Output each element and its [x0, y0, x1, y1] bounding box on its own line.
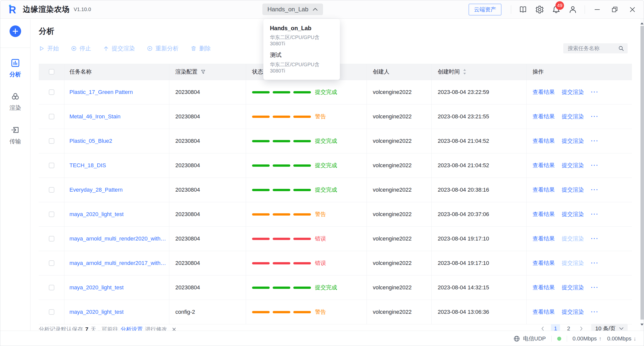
task-name-link[interactable]: Plastic_17_Green Pattern	[69, 89, 133, 95]
submit-render-link[interactable]: 提交渲染	[562, 162, 584, 169]
operations-cell: 查看结果 提交渲染 ···	[526, 178, 632, 202]
view-result-link[interactable]: 查看结果	[533, 259, 555, 267]
view-result-link[interactable]: 查看结果	[533, 137, 555, 145]
workspace-option[interactable]: Hands_on_Lab 华东二区/CPU/GPU含3080Ti	[270, 25, 333, 47]
page-button-1[interactable]: 1	[551, 324, 560, 331]
search-icon[interactable]	[618, 45, 624, 51]
view-result-link[interactable]: 查看结果	[533, 211, 555, 218]
task-name-link[interactable]: maya_arnold_multi_render2017_with_textur…	[69, 260, 169, 266]
submit-render-link[interactable]: 提交渲染	[562, 235, 584, 243]
minimize-button[interactable]	[588, 6, 606, 13]
submit-render-link[interactable]: 提交渲染	[562, 211, 584, 218]
more-actions-button[interactable]: ···	[591, 284, 599, 291]
header-checkbox-cell	[39, 64, 64, 80]
start-button[interactable]: 开始	[39, 45, 59, 52]
task-name-link[interactable]: TECH_18_DIS	[69, 162, 106, 169]
task-name-link[interactable]: Plastic_05_Blue2	[69, 138, 112, 144]
view-result-link[interactable]: 查看结果	[533, 235, 555, 243]
more-actions-button[interactable]: ···	[591, 113, 599, 120]
view-result-link[interactable]: 查看结果	[533, 284, 555, 291]
task-name-cell: Everyday_28_Pattern	[64, 178, 169, 202]
network-indicator[interactable]: 电信UDP	[513, 335, 546, 342]
notifications-button[interactable]: 49	[548, 5, 565, 14]
view-result-link[interactable]: 查看结果	[533, 308, 555, 316]
filter-icon[interactable]	[200, 69, 206, 75]
row-checkbox[interactable]	[49, 236, 54, 241]
restore-button[interactable]	[606, 6, 624, 13]
view-result-link[interactable]: 查看结果	[533, 88, 555, 96]
app-window: { "titlebar": { "app_name": "边缘渲染农场", "v…	[0, 0, 644, 346]
sidebar-item-transfer[interactable]: 传输	[0, 125, 30, 145]
sidebar-item-label: 分析	[10, 71, 21, 78]
task-name-link[interactable]: Everyday_28_Pattern	[69, 187, 123, 193]
search-input[interactable]	[567, 45, 618, 52]
sidebar-item-analysis[interactable]: 分析	[0, 58, 30, 78]
view-result-link[interactable]: 查看结果	[533, 113, 555, 120]
scrollbar-thumb[interactable]	[640, 26, 644, 320]
delete-button[interactable]: 删除	[191, 45, 211, 52]
row-checkbox[interactable]	[49, 212, 54, 217]
stop-button[interactable]: 停止	[71, 45, 91, 52]
row-checkbox[interactable]	[49, 187, 54, 193]
workspace-selector-button[interactable]: Hands_on_Lab	[262, 4, 323, 15]
next-page-button[interactable]	[577, 324, 586, 331]
reanalyze-button[interactable]: 重新分析	[147, 45, 179, 52]
row-checkbox[interactable]	[49, 285, 54, 290]
column-label: 状态	[252, 68, 263, 76]
submit-render-link[interactable]: 提交渲染	[562, 186, 584, 194]
more-actions-button[interactable]: ···	[591, 138, 599, 144]
progress-segment	[273, 140, 290, 142]
submit-render-link[interactable]: 提交渲染	[562, 113, 584, 120]
task-name-link[interactable]: maya_2020_light_test	[69, 284, 124, 291]
progress-segment	[273, 164, 290, 167]
submit-render-button[interactable]: 提交渲染	[103, 45, 135, 52]
more-actions-button[interactable]: ···	[591, 235, 599, 242]
submit-render-link[interactable]: 提交渲染	[562, 284, 584, 291]
cloud-assets-button[interactable]: 云端资产	[469, 4, 501, 15]
row-checkbox[interactable]	[49, 309, 54, 315]
analysis-settings-link[interactable]: 分析设置	[120, 326, 143, 331]
submit-render-link[interactable]: 提交渲染	[562, 308, 584, 316]
submit-render-link[interactable]: 提交渲染	[562, 137, 584, 145]
creator-value: volcengine2022	[373, 309, 412, 315]
docs-button[interactable]	[515, 6, 531, 14]
scrollbar-up-arrow[interactable]	[640, 21, 643, 24]
upload-speed: 0.00Mbps ↑	[573, 335, 602, 342]
task-name-link[interactable]: maya_2020_light_test	[69, 211, 124, 218]
render-config-value: 20230804	[175, 260, 200, 266]
notice-close-icon[interactable]	[172, 327, 176, 331]
stop-icon	[71, 46, 77, 51]
sidebar-item-render[interactable]: 渲染	[0, 92, 30, 112]
more-actions-button[interactable]: ···	[591, 211, 599, 218]
more-actions-button[interactable]: ···	[591, 309, 599, 315]
close-button[interactable]	[624, 6, 641, 13]
submit-render-link[interactable]: 提交渲染	[562, 259, 584, 267]
settings-button[interactable]	[531, 5, 548, 14]
vertical-scrollbar[interactable]	[640, 19, 644, 331]
more-actions-button[interactable]: ···	[591, 187, 599, 193]
view-result-link[interactable]: 查看结果	[533, 162, 555, 169]
task-name-link[interactable]: maya_arnold_multi_render2020_with_textur…	[69, 235, 169, 242]
more-actions-button[interactable]: ···	[591, 260, 599, 266]
row-checkbox[interactable]	[49, 260, 54, 266]
task-name-link[interactable]: Metal_46_Iron_Stain	[69, 113, 120, 120]
row-checkbox[interactable]	[49, 163, 54, 168]
row-checkbox[interactable]	[49, 89, 54, 95]
more-actions-button[interactable]: ···	[591, 89, 599, 95]
progress-bar	[252, 311, 311, 313]
add-task-button[interactable]	[10, 25, 21, 37]
select-all-checkbox[interactable]	[49, 69, 54, 75]
scrollbar-down-arrow[interactable]	[640, 324, 643, 327]
page-button-2[interactable]: 2	[564, 324, 573, 331]
sort-icon[interactable]	[463, 68, 466, 75]
prev-page-button[interactable]	[538, 324, 547, 331]
row-checkbox[interactable]	[49, 114, 54, 119]
submit-render-link[interactable]: 提交渲染	[562, 88, 584, 96]
task-name-link[interactable]: maya_2020_light_test	[69, 309, 124, 315]
page-size-select[interactable]: 10 条/页	[591, 324, 628, 331]
account-button[interactable]	[565, 5, 581, 14]
workspace-option[interactable]: 测试 华东二区/CPU/GPU含3080Ti	[270, 51, 333, 74]
row-checkbox[interactable]	[49, 138, 54, 144]
more-actions-button[interactable]: ···	[591, 162, 599, 169]
view-result-link[interactable]: 查看结果	[533, 186, 555, 194]
